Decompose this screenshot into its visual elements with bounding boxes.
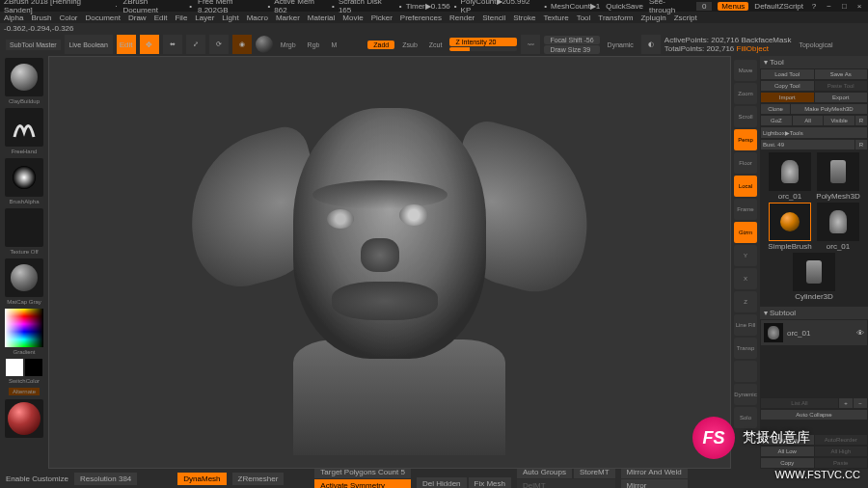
shelf-z[interactable]: Z xyxy=(734,291,757,312)
quicksave-button[interactable]: QuickSave xyxy=(606,2,643,11)
shelf-transp[interactable]: Transp xyxy=(734,338,757,359)
shelf-zoom[interactable]: Zoom xyxy=(734,83,757,104)
stroke-thumb[interactable] xyxy=(5,108,43,147)
draw-button[interactable]: ✥ xyxy=(140,35,159,54)
texture-thumb[interactable] xyxy=(5,208,43,247)
shelf-icon13[interactable] xyxy=(734,361,757,382)
menu-stroke[interactable]: Stroke xyxy=(513,14,535,22)
watermark-url: WWW.FSTVC.CC xyxy=(774,469,860,480)
shelf-local[interactable]: Local xyxy=(734,176,757,197)
close-icon[interactable]: × xyxy=(854,2,864,11)
menu-edit[interactable]: Edit xyxy=(154,14,168,22)
menu-movie[interactable]: Movie xyxy=(342,14,363,22)
right-shelf: MoveZoomScrollPerspFloorLocalFrameGizmYX… xyxy=(731,56,760,469)
left-tray: ClayBuildup FreeHand BrushAlpha Texture … xyxy=(0,56,48,469)
top-toolbar: SubTool Master Live Boolean Edit ✥ ⬌ ⤢ ⟳… xyxy=(0,33,868,56)
shelf-move[interactable]: Move xyxy=(734,60,757,81)
menu-light[interactable]: Light xyxy=(222,14,238,22)
sculpt-mesh xyxy=(158,79,621,446)
menu-preferences[interactable]: Preferences xyxy=(400,14,442,22)
scale-button[interactable]: ⤢ xyxy=(186,35,205,54)
zintensity-slider[interactable] xyxy=(449,47,517,51)
material-thumb[interactable] xyxy=(5,258,43,297)
secondary-color[interactable] xyxy=(25,359,42,376)
tool-item[interactable]: Cylinder3D xyxy=(791,253,837,301)
shelf-persp[interactable]: Persp xyxy=(734,129,757,150)
material-sphere[interactable] xyxy=(256,36,273,53)
minimize-icon[interactable]: − xyxy=(825,2,834,11)
tool-item[interactable]: SimpleBrush xyxy=(767,203,813,251)
menu-transform[interactable]: Transform xyxy=(598,14,633,22)
zadd-button[interactable]: Zadd xyxy=(367,41,394,49)
preview-sphere[interactable] xyxy=(5,399,43,438)
menu-document[interactable]: Document xyxy=(86,14,121,22)
menu-draw[interactable]: Draw xyxy=(128,14,147,22)
menu-file[interactable]: File xyxy=(175,14,187,22)
menu-tool[interactable]: Tool xyxy=(577,14,591,22)
menu-material[interactable]: Material xyxy=(308,14,335,22)
rotate-button[interactable]: ⟳ xyxy=(209,35,229,54)
menu-bar: AlphaBrushColorDocumentDrawEditFileLayer… xyxy=(0,12,868,23)
tool-item[interactable]: orc_01 xyxy=(815,203,861,251)
menu-layer[interactable]: Layer xyxy=(195,14,214,22)
main-color[interactable] xyxy=(6,359,23,376)
shelf-x[interactable]: X xyxy=(734,268,757,289)
status-line: -0.362,-0.294,-0.326 xyxy=(0,23,868,33)
tool-item[interactable]: PolyMesh3D xyxy=(815,152,861,201)
curve-icon[interactable]: 〰 xyxy=(521,35,540,54)
bottom-bar: Enable Customize Resolution 384 DynaMesh… xyxy=(0,469,868,488)
shelf-frame[interactable]: Frame xyxy=(734,199,757,220)
menus-button[interactable]: Menus xyxy=(718,2,748,11)
viewport[interactable] xyxy=(48,56,731,469)
shelf-gizm[interactable]: Gizm xyxy=(734,222,757,243)
brush-thumb[interactable] xyxy=(5,58,43,96)
move-button[interactable]: ⬌ xyxy=(163,35,182,54)
tool-item[interactable]: orc_01 xyxy=(767,152,813,201)
menu-zplugin[interactable]: Zplugin xyxy=(640,14,665,22)
liveboolean-button[interactable]: Live Boolean xyxy=(65,35,113,54)
gizmo-button[interactable]: ◉ xyxy=(232,35,252,54)
title-bar: ZBrush 2018 [Henning Sanden] · ZBrush Do… xyxy=(0,0,868,12)
shelf-floor[interactable]: Floor xyxy=(734,152,757,174)
maximize-icon[interactable]: □ xyxy=(840,2,850,11)
shelf-solo[interactable]: Solo xyxy=(734,407,757,428)
help-icon[interactable]: ? xyxy=(809,2,819,11)
dynamesh-button[interactable]: DynaMesh xyxy=(177,473,226,485)
menu-brush[interactable]: Brush xyxy=(31,14,51,22)
menu-picker[interactable]: Picker xyxy=(371,14,393,22)
menu-macro[interactable]: Macro xyxy=(247,14,268,22)
mask-icon[interactable]: ◐ xyxy=(641,35,661,54)
shelf-line fill[interactable]: Line Fill xyxy=(734,314,757,336)
subtool-item[interactable]: orc_01 👁 xyxy=(761,320,867,345)
subtool-master-button[interactable]: SubTool Master xyxy=(6,40,61,50)
edit-button[interactable]: Edit xyxy=(117,35,136,54)
menu-zscript[interactable]: Zscript xyxy=(674,14,697,22)
alpha-thumb[interactable] xyxy=(5,158,43,197)
menu-stencil[interactable]: Stencil xyxy=(482,14,505,22)
visibility-icon[interactable]: 👁 xyxy=(856,329,864,338)
shelf-dynamic[interactable]: Dynamic xyxy=(734,384,757,405)
menu-color[interactable]: Color xyxy=(59,14,77,22)
menu-alpha[interactable]: Alpha xyxy=(4,14,23,22)
color-picker[interactable] xyxy=(5,309,43,347)
shelf-scroll[interactable]: Scroll xyxy=(734,106,757,127)
menu-render[interactable]: Render xyxy=(449,14,475,22)
menu-texture[interactable]: Texture xyxy=(543,14,568,22)
shelf-y[interactable]: Y xyxy=(734,245,757,266)
tool-panel: ▾Tool Load ToolSave As Copy ToolPaste To… xyxy=(760,56,868,469)
menu-marker[interactable]: Marker xyxy=(276,14,300,22)
